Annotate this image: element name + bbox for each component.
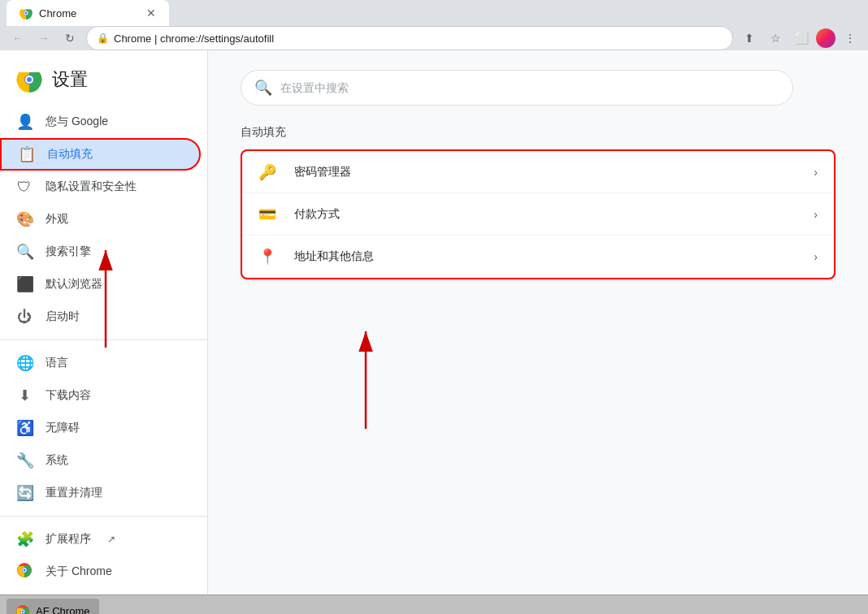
globe-icon: 🌐 [16,354,33,372]
payment-item[interactable]: 💳 付款方式 › [242,193,834,236]
list-icon: 📋 [18,145,34,163]
settings-title: 设置 [52,67,88,92]
url-path: chrome://settings/autofill [160,32,274,45]
separator: | [154,32,160,45]
bookmark-button[interactable]: ☆ [764,27,787,50]
back-button[interactable]: ← [7,27,29,50]
sidebar-item-downloads[interactable]: ⬇ 下载内容 [0,379,201,412]
address-chevron-icon: › [814,250,818,263]
taskbar-label: AF Chrome [36,605,89,614]
power-icon: ⏻ [16,309,33,326]
taskbar-chrome-icon [16,605,29,615]
window-button[interactable]: ⬜ [790,27,813,50]
payment-label: 付款方式 [294,207,814,222]
sidebar-label-accessibility: 无障碍 [46,421,80,435]
sidebar-item-default-browser[interactable]: ⬛ 默认浏览器 [0,268,201,301]
sidebar-label-appearance: 外观 [46,212,68,227]
sidebar-item-about[interactable]: 关于 Chrome [0,556,201,588]
sidebar-label-system: 系统 [46,453,68,468]
sidebar-label-startup: 启动时 [46,309,80,324]
tab-label: Chrome [39,7,76,19]
card-icon: 💳 [258,205,281,223]
toolbar-icons: ⬆ ☆ ⬜ ⋮ [738,27,861,50]
sidebar-label-privacy: 隐私设置和安全性 [46,179,137,194]
address-text: Chrome | chrome://settings/autofill [114,32,723,45]
sidebar-label-languages: 语言 [46,356,68,370]
sidebar-label-default-browser: 默认浏览器 [46,277,102,292]
puzzle-icon: 🧩 [16,530,33,548]
main-wrapper: 设置 👤 您与 Google 📋 自动填充 🛡 隐私设置和安全性 🎨 外观 🔍 [0,50,868,614]
svg-point-7 [27,77,32,82]
sidebar-label-about: 关于 Chrome [46,564,112,579]
svg-point-18 [22,610,24,612]
sidebar: 设置 👤 您与 Google 📋 自动填充 🛡 隐私设置和安全性 🎨 外观 🔍 [0,50,208,595]
sidebar-label-autofill: 自动填充 [47,147,93,162]
svg-point-11 [23,569,25,571]
reset-icon: 🔄 [16,484,33,502]
forward-button[interactable]: → [33,27,55,50]
sidebar-label-downloads: 下载内容 [46,388,91,403]
nav-buttons: ← → ↻ [7,27,81,50]
sidebar-item-search[interactable]: 🔍 搜索引擎 [0,236,201,268]
person-icon: 👤 [16,113,33,131]
key-icon: 🔑 [258,163,281,181]
tab-close-button[interactable]: ✕ [146,6,156,19]
sidebar-item-appearance[interactable]: 🎨 外观 [0,203,201,236]
passwords-item[interactable]: 🔑 密码管理器 › [242,151,834,193]
sidebar-label-reset: 重置并清理 [46,486,102,500]
taskbar: AF Chrome [0,595,868,614]
search-bar-container[interactable]: 🔍 [241,70,793,106]
about-chrome-icon [16,563,33,582]
sidebar-divider-2 [0,516,207,517]
share-button[interactable]: ⬆ [738,27,761,50]
shield-icon: 🛡 [16,179,33,196]
active-tab[interactable]: Chrome ✕ [7,0,169,26]
grid-icon: ⬛ [16,275,33,293]
menu-button[interactable]: ⋮ [839,27,861,50]
sidebar-item-privacy[interactable]: 🛡 隐私设置和安全性 [0,171,201,203]
search-icon: 🔍 [16,243,33,261]
sidebar-label-extensions: 扩展程序 [46,532,91,547]
sidebar-item-accessibility[interactable]: ♿ 无障碍 [0,412,201,444]
autofill-card: 🔑 密码管理器 › 💳 付款方式 › 📍 地址和其他信息 › [241,149,835,279]
svg-point-3 [25,12,28,15]
sidebar-item-system[interactable]: 🔧 系统 [0,444,201,477]
main-content: 🔍 自动填充 🔑 密码管理器 › 💳 付款方式 [208,50,868,595]
download-icon: ⬇ [16,387,33,404]
site-name: Chrome [114,32,151,45]
settings-header: 设置 [0,57,207,106]
chrome-logo-large [16,67,42,93]
search-input[interactable] [280,81,779,94]
sidebar-item-autofill[interactable]: 📋 自动填充 [0,138,201,171]
chrome-tab-icon [20,6,33,19]
sidebar-label-google: 您与 Google [46,115,108,129]
lock-icon: 🔒 [97,32,109,44]
palette-icon: 🎨 [16,210,33,228]
sidebar-label-search: 搜索引擎 [46,244,91,259]
sidebar-item-languages[interactable]: 🌐 语言 [0,347,201,379]
autofill-section: 自动填充 🔑 密码管理器 › 💳 付款方式 › [241,125,835,279]
section-title: 自动填充 [241,125,835,140]
passwords-chevron-icon: › [814,166,818,179]
search-bar-icon: 🔍 [254,79,272,97]
location-icon: 📍 [258,248,281,266]
refresh-button[interactable]: ↻ [59,27,81,50]
address-item[interactable]: 📍 地址和其他信息 › [242,236,834,278]
sidebar-item-reset[interactable]: 🔄 重置并清理 [0,477,201,509]
tab-bar: Chrome ✕ [0,0,868,26]
accessibility-icon: ♿ [16,419,33,437]
extensions-external-link-icon: ↗ [107,534,115,545]
payment-chevron-icon: › [814,208,818,221]
sidebar-divider-1 [0,339,207,340]
address-label: 地址和其他信息 [294,249,814,264]
profile-avatar[interactable] [816,28,835,48]
app-layout: 设置 👤 您与 Google 📋 自动填充 🛡 隐私设置和安全性 🎨 外观 🔍 [0,50,868,595]
sidebar-item-google[interactable]: 👤 您与 Google [0,106,201,138]
sidebar-item-startup[interactable]: ⏻ 启动时 [0,301,201,333]
wrench-icon: 🔧 [16,452,33,469]
passwords-label: 密码管理器 [294,165,814,179]
address-bar[interactable]: 🔒 Chrome | chrome://settings/autofill [86,26,733,50]
taskbar-chrome-button[interactable]: AF Chrome [7,599,99,615]
sidebar-item-extensions[interactable]: 🧩 扩展程序 ↗ [0,523,201,556]
browser-toolbar: ← → ↻ 🔒 Chrome | chrome://settings/autof… [0,26,868,50]
